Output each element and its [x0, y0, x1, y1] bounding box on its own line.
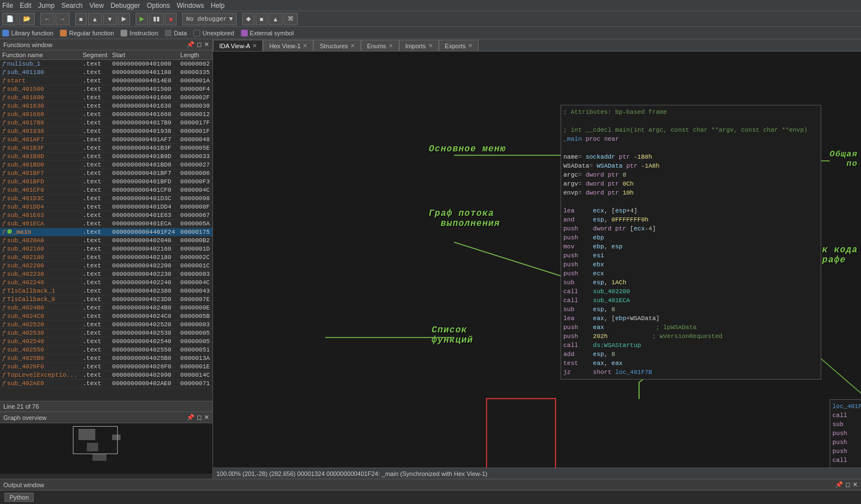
toolbar-stop[interactable]: ■ [165, 13, 177, 25]
table-row[interactable]: ƒsub_4026F0.text00000000004026F00000001E [0, 363, 212, 371]
table-row[interactable]: ƒ_main.text00000000004401F2400000175 [0, 228, 212, 237]
table-row[interactable]: ƒsub_401BF7.text0000000000401BF700000006 [0, 169, 212, 178]
tab-structures[interactable]: Structures ✕ [313, 40, 360, 51]
table-row[interactable]: ƒsub_402160.text00000000004021600000001D [0, 245, 212, 253]
toolbar-pause[interactable]: ▮▮ [149, 13, 164, 25]
table-row[interactable]: ƒsub_4025B0.text00000000004025B00000013A [0, 354, 212, 363]
toolbar-misc3[interactable]: ▲ [269, 13, 283, 25]
graph-overview-float-icon[interactable]: ◻ [197, 414, 202, 421]
toolbar-btn3[interactable]: ▼ [103, 13, 117, 25]
table-row[interactable]: ƒsub_401180.text000000000040118000000335 [0, 68, 212, 77]
output-float-icon[interactable]: ◻ [845, 481, 850, 488]
functions-close-icon[interactable]: ✕ [204, 41, 209, 48]
menu-debugger[interactable]: Debugger [110, 2, 140, 10]
toolbar-forward[interactable]: → [55, 13, 70, 25]
toolbar-new[interactable]: 📄 [2, 13, 18, 25]
table-row[interactable]: ƒsub_401660.text000000000040166000000012 [0, 110, 212, 119]
code-block-secondary[interactable]: loc_401F7B: call sub_401630 sub esp, 4 p… [830, 399, 861, 477]
menu-edit[interactable]: Edit [20, 2, 31, 10]
table-row[interactable]: ƒsub_401ECA.text0000000000401ECA0000005A [0, 220, 212, 228]
cell-function-name: ƒTlsCallback_0 [0, 295, 81, 304]
table-row[interactable]: ƒsub_401938.text00000000004019380000001F [0, 127, 212, 136]
functions-pin-icon[interactable]: 📌 [187, 41, 195, 48]
table-row[interactable]: ƒsub_402180.text00000000004021800000002C [0, 253, 212, 262]
tab-ida-close[interactable]: ✕ [252, 43, 257, 49]
table-row[interactable]: ƒsub_401E63.text0000000000401E6300000067 [0, 211, 212, 220]
graph-overview-pin-icon[interactable]: 📌 [187, 414, 195, 421]
tab-ida-view[interactable]: IDA View-A ✕ [213, 40, 263, 51]
toolbar-misc2[interactable]: ■ [256, 13, 267, 25]
menu-jump[interactable]: Jump [38, 2, 54, 10]
table-row[interactable]: ƒsub_402AE0.text0000000000402AE000000071 [0, 380, 212, 388]
code-view[interactable]: Основное меню Общая навигация по файлу Г… [213, 52, 861, 479]
toolbar-btn1[interactable]: ■ [75, 13, 87, 25]
toolbar-misc1[interactable]: ◆ [242, 13, 254, 25]
table-row[interactable]: ƒstart.text00000000004014E00000001A [0, 77, 212, 85]
table-row[interactable]: ƒsub_401DD4.text0000000000401DD40000008F [0, 203, 212, 211]
menu-windows[interactable]: Windows [177, 2, 204, 10]
table-row[interactable]: ƒsub_401BFD.text0000000000401BFD000000F3 [0, 178, 212, 186]
table-row[interactable]: ƒsub_401D3C.text0000000000401D3C00000098 [0, 195, 212, 203]
cell-segment: .text [81, 152, 110, 161]
toolbar-run[interactable]: ▶ [136, 13, 148, 25]
table-row[interactable]: ƒsub_402520.text000000000040252000000003 [0, 321, 212, 329]
debugger-dropdown[interactable]: No debugger ▼ [182, 13, 237, 25]
menu-options[interactable]: Options [147, 2, 170, 10]
toolbar-btn4[interactable]: ▶ [118, 13, 130, 25]
table-row[interactable]: ƒsub_401600.text00000000004016000000002F [0, 94, 212, 102]
graph-overview-content[interactable] [0, 423, 212, 474]
menu-file[interactable]: File [2, 2, 13, 10]
output-pin-icon[interactable]: 📌 [835, 481, 843, 488]
table-row[interactable]: ƒsub_401B3F.text0000000000401B3F0000005E [0, 144, 212, 152]
table-row[interactable]: ƒsub_4017B9.text00000000004017B90000017F [0, 119, 212, 127]
menu-search[interactable]: Search [61, 2, 82, 10]
functions-scroll[interactable]: Function name Segment Start Length ƒnull… [0, 50, 212, 389]
table-row[interactable]: ƒsub_402230.text000000000040223000000003 [0, 270, 212, 279]
output-tab-python[interactable]: Python [4, 493, 34, 502]
toolbar-open[interactable]: 📂 [19, 13, 35, 25]
overview-viewport[interactable] [73, 426, 118, 454]
cell-segment: .text [81, 94, 110, 102]
table-row[interactable]: ƒsub_401BD0.text0000000000401BD000000027 [0, 161, 212, 169]
tab-enums-close[interactable]: ✕ [388, 43, 393, 49]
cell-start: 0000000000402990 [110, 371, 178, 380]
table-row[interactable]: ƒsub_402200.text00000000004022000000001C [0, 262, 212, 270]
graph-canvas[interactable]: Основное меню Общая навигация по файлу Г… [213, 52, 861, 479]
table-row[interactable]: ƒTlsCallback_1.text000000000040238000000… [0, 287, 212, 295]
table-row[interactable]: ƒsub_4024C0.text00000000004024C00000005B [0, 312, 212, 321]
tab-hex-close[interactable]: ✕ [303, 43, 307, 49]
output-close-icon[interactable]: ✕ [853, 481, 858, 488]
tab-enums[interactable]: Enums ✕ [361, 40, 399, 51]
table-row[interactable]: ƒsub_401500.text0000000000401500000000F4 [0, 85, 212, 94]
tab-imports-close[interactable]: ✕ [428, 43, 433, 49]
table-row[interactable]: ƒsub_4024B0.text00000000004024B00000000E [0, 304, 212, 312]
graph-overview-close-icon[interactable]: ✕ [204, 414, 209, 421]
toolbar-misc4[interactable]: ⌘ [284, 13, 298, 25]
tab-imports[interactable]: Imports ✕ [399, 40, 439, 51]
table-row[interactable]: ƒsub_402540.text000000000040254000000005 [0, 337, 212, 346]
table-row[interactable]: ƒsub_402240.text00000000004022400000004C [0, 279, 212, 287]
code-block-main[interactable]: ; Attributes: bp-based frame ; int __cde… [561, 105, 821, 380]
table-row[interactable]: ƒsub_4020A0.text0000000000402040000000B2 [0, 237, 212, 245]
menu-view[interactable]: View [89, 2, 104, 10]
tab-exports-close[interactable]: ✕ [468, 43, 473, 49]
tab-hex-view[interactable]: Hex View-1 ✕ [263, 40, 313, 51]
function-icon: ƒ [2, 338, 6, 345]
toolbar-back[interactable]: ← [40, 13, 54, 25]
table-row[interactable]: ƒsub_401B9D.text0000000000401B9D00000033 [0, 152, 212, 161]
tab-structures-close[interactable]: ✕ [350, 43, 355, 49]
cell-length: 00000067 [178, 211, 212, 220]
table-row[interactable]: ƒsub_402550.text000000000040255000000051 [0, 346, 212, 354]
table-row[interactable]: ƒsub_402C90.text0000000000402C90000000DA [0, 388, 212, 389]
table-row[interactable]: ƒsub_401AF7.text0000000000401AF700000048 [0, 136, 212, 144]
table-row[interactable]: ƒTlsCallback_0.text00000000004023D000000… [0, 295, 212, 304]
tab-exports[interactable]: Exports ✕ [439, 40, 479, 51]
menu-help[interactable]: Help [211, 2, 225, 10]
table-row[interactable]: ƒTopLevelExceptio....text000000000040299… [0, 371, 212, 380]
table-row[interactable]: ƒsub_402530.text000000000040253000000005 [0, 329, 212, 337]
functions-float-icon[interactable]: ◻ [197, 41, 202, 48]
table-row[interactable]: ƒsub_401CF0.text0000000000401CF00000004C [0, 186, 212, 195]
toolbar-btn2[interactable]: ▲ [88, 13, 102, 25]
table-row[interactable]: ƒnullsub_1.text000000000040100000000002 [0, 60, 212, 68]
table-row[interactable]: ƒsub_401630.text000000000040163000000030 [0, 102, 212, 110]
